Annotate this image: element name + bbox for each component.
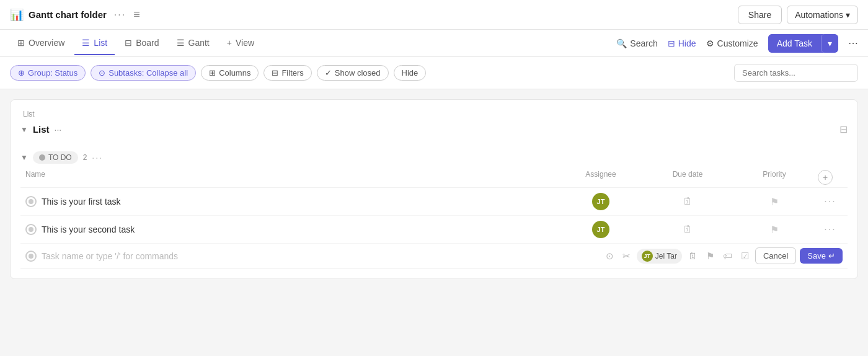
priority-action-icon[interactable]: ⚑ [704, 248, 717, 264]
subtasks-icon: ⊙ [99, 68, 105, 78]
columns-icon: ⊞ [209, 68, 216, 78]
col-assignee: Assignee [557, 170, 644, 185]
checklist-action-icon[interactable]: ☑ [738, 248, 751, 264]
tag-action-icon[interactable]: 🏷 [720, 248, 735, 264]
list-icon: ☰ [82, 38, 90, 48]
automations-button[interactable]: Automations ▾ [787, 6, 858, 24]
hide-icon: ⊟ [668, 38, 675, 48]
table-row: This is your first task JT 🗓 ⚑ ··· [20, 188, 848, 216]
customize-button[interactable]: ⚙ Customize [706, 38, 758, 48]
add-task-button-wrap: Add Task ▾ [768, 34, 838, 53]
list-container: List ▼ List ··· ⊟ ▼ TO DO 2 ··· Name [10, 99, 858, 279]
new-task-checkbox[interactable] [25, 251, 37, 262]
checkbox-inner [29, 227, 33, 232]
group-status-chip[interactable]: ⊕ Group: Status [10, 65, 86, 81]
task-name-cell: This is your first task [25, 196, 557, 207]
save-enter-icon: ↵ [828, 251, 835, 260]
col-priority: Priority [731, 170, 818, 185]
list-header-menu-button[interactable]: ··· [55, 125, 62, 135]
top-bar-left: 📊 Gantt chart folder ··· ≡ [10, 8, 140, 22]
tab-gantt[interactable]: ☰ Gantt [169, 32, 217, 55]
add-view-icon: + [227, 38, 232, 48]
checkbox-inner [29, 254, 33, 259]
save-button[interactable]: Save ↵ [800, 248, 843, 264]
tab-overview-label: Overview [29, 38, 64, 48]
status-badge: TO DO [33, 151, 78, 164]
tab-overview[interactable]: ⊞ Overview [10, 32, 72, 55]
cancel-button[interactable]: Cancel [755, 247, 796, 264]
group-status-label: Group: Status [28, 68, 78, 78]
automations-label: Automations [795, 10, 843, 20]
status-menu-button[interactable]: ··· [92, 153, 103, 162]
search-button[interactable]: 🔍 Search [616, 38, 657, 48]
show-closed-chip[interactable]: ✓ Show closed [317, 65, 389, 81]
tab-board[interactable]: ⊟ Board [117, 32, 166, 55]
task-title[interactable]: This is your second task [42, 225, 135, 234]
task-priority[interactable]: ⚑ [731, 196, 818, 208]
sidebar-toggle-icon[interactable]: ⊟ [839, 124, 848, 135]
add-column-button[interactable]: + [818, 170, 843, 185]
customize-label: Customize [717, 38, 758, 48]
search-icon: 🔍 [616, 38, 627, 48]
hide-button[interactable]: ⊟ Hide [668, 38, 696, 48]
list-header: ▼ List ··· ⊟ [20, 121, 848, 143]
share-button[interactable]: Share [738, 6, 782, 24]
add-task-dropdown-button[interactable]: ▾ [821, 34, 838, 53]
priority-flag-icon: ⚑ [770, 224, 779, 236]
search-label: Search [630, 38, 657, 48]
columns-chip[interactable]: ⊞ Columns [201, 65, 259, 81]
nav-actions: 🔍 Search ⊟ Hide ⚙ Customize Add Task ▾ ⋯ [616, 34, 858, 53]
task-title[interactable]: This is your first task [42, 197, 121, 207]
new-task-left [25, 251, 603, 262]
list-label: List [20, 110, 848, 118]
task-checkbox[interactable] [25, 224, 37, 235]
toolbar: ⊕ Group: Status ⊙ Subtasks: Collapse all… [0, 57, 868, 89]
task-priority[interactable]: ⚑ [731, 224, 818, 236]
hide-chip-label: Hide [402, 68, 418, 78]
gantt-icon: ☰ [177, 38, 185, 48]
task-more-button[interactable]: ··· [818, 196, 843, 207]
filters-chip[interactable]: ⊟ Filters [264, 65, 311, 81]
nav-bar: ⊞ Overview ☰ List ⊟ Board ☰ Gantt + View… [0, 30, 868, 57]
collapse-icon[interactable]: ▼ [20, 125, 28, 134]
task-name-cell: This is your second task [25, 224, 557, 235]
group-icon: ⊕ [18, 68, 25, 78]
columns-label: Columns [219, 68, 250, 78]
top-bar: 📊 Gantt chart folder ··· ≡ Share Automat… [0, 0, 868, 30]
tab-add-view[interactable]: + View [219, 32, 262, 55]
hamburger-icon[interactable]: ≡ [133, 8, 140, 21]
avatar: JT [592, 221, 609, 238]
nav-tabs: ⊞ Overview ☰ List ⊟ Board ☰ Gantt + View [10, 32, 262, 55]
due-date-icon: 🗓 [683, 224, 693, 235]
due-date-action-icon[interactable]: 🗓 [686, 248, 700, 264]
jel-tar-avatar: JT [642, 251, 653, 262]
search-tasks-input[interactable] [734, 64, 858, 82]
task-assignee[interactable]: JT [557, 221, 644, 238]
task-assignee[interactable]: JT [557, 193, 644, 210]
task-due-date[interactable]: 🗓 [644, 196, 731, 207]
filters-label: Filters [281, 68, 303, 78]
table-row: This is your second task JT 🗓 ⚑ ··· [20, 216, 848, 244]
list-header-right: ⊟ [839, 123, 848, 135]
hide-label: Hide [678, 38, 696, 48]
task-more-button[interactable]: ··· [818, 224, 843, 235]
task-options-icon[interactable]: ✂ [620, 248, 633, 264]
show-closed-icon: ✓ [325, 68, 332, 78]
new-task-row: ⊙ ✂ JT Jel Tar 🗓 ⚑ 🏷 ☑ Cancel Save ↵ [20, 244, 848, 269]
new-task-input[interactable] [42, 251, 240, 261]
status-name: TO DO [48, 153, 72, 162]
folder-title: Gantt chart folder [29, 9, 107, 20]
hide-chip[interactable]: Hide [394, 65, 427, 81]
nav-more-button[interactable]: ⋯ [848, 37, 858, 49]
jel-tar-chip[interactable]: JT Jel Tar [637, 249, 682, 264]
task-due-date[interactable]: 🗓 [644, 224, 731, 235]
filters-icon: ⊟ [272, 68, 278, 78]
subtasks-chip[interactable]: ⊙ Subtasks: Collapse all [91, 65, 196, 81]
folder-menu-button[interactable]: ··· [112, 8, 128, 22]
status-collapse-icon[interactable]: ▼ [20, 153, 28, 162]
task-type-icon[interactable]: ⊙ [603, 248, 616, 264]
checkbox-inner [29, 199, 33, 204]
task-checkbox[interactable] [25, 196, 37, 207]
tab-list[interactable]: ☰ List [74, 32, 115, 55]
add-task-button[interactable]: Add Task [768, 34, 821, 53]
